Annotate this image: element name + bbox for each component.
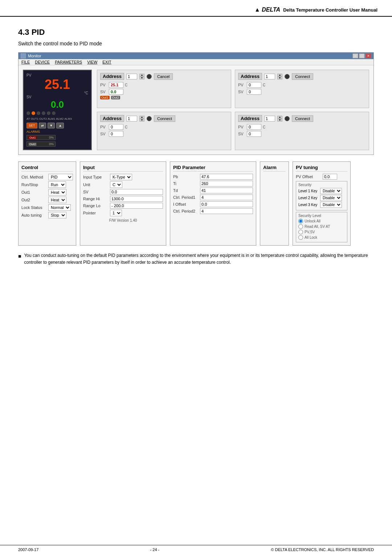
radio-unlock-all-label: Unlock All	[305, 219, 320, 223]
menu-file[interactable]: FILE	[21, 60, 30, 64]
level1-key-label: Level 1 Key	[298, 189, 319, 193]
address-num-4[interactable]	[264, 116, 275, 122]
pv-offset-label: PV Offset	[296, 175, 321, 179]
spin-down-4[interactable]: ▼	[277, 119, 282, 122]
section-subtitle: Switch the control mode to PID mode	[18, 41, 374, 46]
ctrl-period1-input[interactable]	[200, 194, 253, 200]
address-label-1: Address	[100, 73, 124, 80]
lock-status-select[interactable]: Normal Lock	[48, 204, 71, 211]
level2-key-select[interactable]: Disable Enable	[320, 195, 342, 201]
range-hi-input[interactable]	[110, 196, 163, 202]
level2-key-row: Level 2 Key Disable Enable	[298, 195, 345, 201]
out1-row: Out1 Heat Cool	[21, 189, 73, 196]
led-out2	[37, 111, 40, 115]
run-stop-select[interactable]: Run Stop	[48, 181, 66, 188]
auto-tuning-label: Auto tuning	[21, 213, 47, 217]
spin-down-2[interactable]: ▼	[277, 77, 282, 79]
spin-down-1[interactable]: ▼	[139, 77, 144, 79]
address-num-2[interactable]	[264, 74, 275, 79]
pv-val-3: 0	[109, 124, 123, 130]
indicator-labels: AT OUT1 OUT2 ALM1 ALM2 ALM3	[26, 117, 88, 120]
out2-select[interactable]: Heat Cool	[48, 197, 66, 203]
close-button[interactable]: ✕	[366, 53, 371, 58]
level1-key-select[interactable]: Disable Enable	[320, 188, 342, 194]
level3-key-select[interactable]: Disable Enable	[320, 202, 342, 208]
range-hi-row: Range Hi	[83, 196, 163, 202]
radio-pv-sv-input[interactable]	[298, 230, 303, 234]
ctrl-method-label: Ctrl. Method	[21, 175, 47, 179]
unit-select[interactable]: C F	[110, 181, 122, 188]
pv-offset-input[interactable]	[323, 174, 337, 180]
ctrl-method-row: Ctrl. Method PID ON/OFF	[21, 174, 73, 180]
level1-key-row: Level 1 Key Disable Enable	[298, 188, 345, 194]
down-button[interactable]: ▼	[48, 123, 55, 128]
pointer-label: Pointer	[83, 211, 109, 215]
connect-button-3[interactable]: Connect	[154, 115, 175, 122]
spin-down-3[interactable]: ▼	[139, 119, 144, 122]
menu-device[interactable]: DEVICE	[35, 60, 50, 64]
i-offset-input[interactable]	[200, 201, 253, 207]
set-button[interactable]: SET	[26, 123, 37, 128]
page-footer: 2007-09-17 - 24 - © DELTA ELECTRONICS, I…	[0, 545, 392, 554]
range-lo-input[interactable]	[110, 203, 163, 209]
spin-up-3[interactable]: ▲	[139, 116, 144, 119]
pv-unit-3: C	[125, 125, 127, 129]
titlebar-left: Monitor	[21, 53, 41, 58]
ti-input[interactable]	[200, 181, 253, 186]
led-alm1	[42, 111, 45, 115]
sv-input[interactable]	[110, 189, 163, 195]
pv-val-4: 0	[247, 124, 261, 130]
pb-input[interactable]	[200, 174, 253, 180]
ctrl-period2-row: Ctrl. Period2	[173, 208, 253, 214]
menu-exit[interactable]: EXIT	[102, 60, 111, 64]
ctrl-period2-input[interactable]	[200, 208, 253, 214]
sv-val-2: 0	[247, 89, 261, 95]
pointer-select[interactable]: 1 2 3	[110, 210, 122, 216]
spin-up-2[interactable]: ▲	[277, 74, 282, 77]
restore-button[interactable]: □	[359, 53, 365, 58]
menu-view[interactable]: VIEW	[87, 60, 97, 64]
device-panel: PV 25.1 °C SV 0.0 AT OUT1 OUT2 ALM1	[23, 70, 92, 150]
cancel-button[interactable]: Cancel	[154, 73, 173, 80]
range-lo-row: Range Lo	[83, 203, 163, 209]
radio-read-all: Read All, SV AT	[298, 224, 345, 229]
header-logo: ▲ DELTA Delta Temperature Controller Use…	[254, 7, 377, 13]
run-stop-label: Run/Stop	[21, 182, 47, 187]
connect-button-4[interactable]: Connect	[292, 115, 313, 122]
radio-pv-sv-label: PV,SV	[305, 230, 315, 234]
sv-label: SV	[26, 95, 88, 99]
input-type-row: Input Type K-Type J-Type	[83, 174, 163, 180]
ctrl-method-select[interactable]: PID ON/OFF	[48, 174, 73, 180]
radio-read-all-input[interactable]	[298, 224, 303, 229]
out-indicators-1: Out1 Out2	[100, 96, 228, 99]
menu-parameters[interactable]: PARAMETERS	[55, 60, 82, 64]
info-text: You can conduct auto-tuning on the defau…	[24, 252, 374, 266]
up-button[interactable]: ▲	[56, 123, 64, 128]
control-panel: Control Ctrl. Method PID ON/OFF Run/Stop…	[18, 161, 76, 246]
radio-all-lock-input[interactable]	[298, 235, 303, 240]
alarm-label: ALARMS	[26, 130, 88, 134]
out-row: Out1 0%	[26, 135, 88, 140]
sv-val-1: 0.0	[109, 89, 123, 95]
out1-select[interactable]: Heat Cool	[48, 189, 66, 196]
security-section: Security Level 1 Key Disable Enable Leve…	[296, 181, 347, 210]
monitor-window-title: Monitor	[28, 54, 41, 58]
radio-unlock-all-input[interactable]	[298, 219, 303, 223]
address-num-1[interactable]	[126, 74, 137, 79]
sv-input-label: SV	[83, 190, 109, 194]
device-btn-2[interactable]: ⇄	[39, 123, 46, 128]
monitor-body: PV 25.1 °C SV 0.0 AT OUT1 OUT2 ALM1	[19, 65, 373, 155]
out2-indicator-1: Out2	[111, 96, 121, 99]
address-header-1: Address ▲ ▼ Cancel	[100, 73, 228, 80]
address-num-3[interactable]	[126, 116, 137, 122]
minimize-button[interactable]: ─	[352, 53, 358, 58]
input-type-select[interactable]: K-Type J-Type	[110, 174, 132, 180]
ti-label: Ti	[173, 181, 199, 186]
spin-up-4[interactable]: ▲	[277, 116, 282, 119]
auto-tuning-select[interactable]: Stop Start	[48, 212, 66, 218]
ctrl-period1-label: Ctrl. Period1	[173, 195, 199, 200]
connect-button-2[interactable]: Connect	[292, 73, 313, 80]
device-btn-row: SET ⇄ ▼ ▲	[26, 123, 88, 128]
spin-up-1[interactable]: ▲	[139, 74, 144, 77]
td-input[interactable]	[200, 188, 253, 193]
